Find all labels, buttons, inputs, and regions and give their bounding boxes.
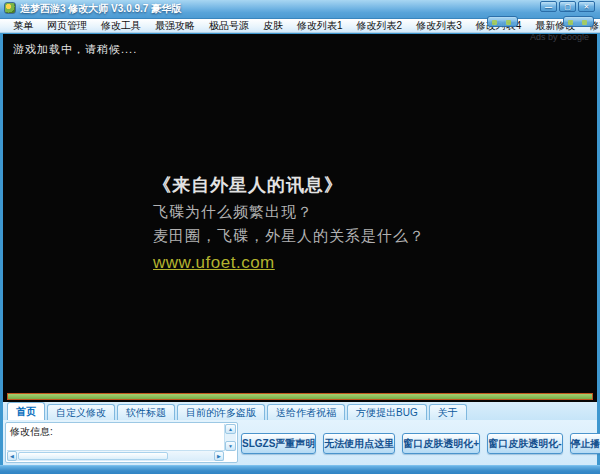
- message-title: 《来自外星人的讯息》: [153, 173, 425, 197]
- tab-author-blessing[interactable]: 送给作者祝福: [267, 404, 345, 420]
- scroll-up-icon[interactable]: ▲: [225, 424, 236, 434]
- mod-info-textarea[interactable]: 修改信息: ▲ ▼ ◀ ▶: [5, 422, 238, 463]
- window-controls: — ▢ ✕: [540, 1, 595, 12]
- menu-item-modlist1[interactable]: 修改列表1: [290, 19, 350, 32]
- loading-progress-bar: [7, 393, 593, 400]
- menu-item-web[interactable]: 网页管理: [40, 19, 94, 32]
- window-title: 造梦西游3 修改大师 V3.0.9.7 豪华版: [20, 2, 181, 16]
- action-buttons: SLGZS严重声明 无法使用点这里 窗口皮肤透明化+ 窗口皮肤透明化- 停止播放…: [241, 433, 593, 454]
- close-button[interactable]: ✕: [578, 1, 595, 12]
- menu-item-tools[interactable]: 修改工具: [94, 19, 148, 32]
- loading-progress-fill: [8, 394, 592, 399]
- menu-item-accounts[interactable]: 极品号源: [202, 19, 256, 32]
- skin-transparency-minus-button[interactable]: 窗口皮肤透明化-: [487, 433, 562, 454]
- splash-message: 《来自外星人的讯息》 飞碟为什么频繁出现？ 麦田圈，飞碟，外星人的关系是什么？ …: [153, 173, 425, 273]
- scroll-down-icon[interactable]: ▼: [225, 441, 236, 451]
- menu-item-skin[interactable]: 皮肤: [256, 19, 290, 32]
- tab-bar: 首页 自定义修改 软件标题 目前的许多盗版 送给作者祝福 方便提出BUG 关于: [3, 402, 597, 420]
- tab-pirated-versions[interactable]: 目前的许多盗版: [177, 404, 265, 420]
- bottom-panel: 修改信息: ▲ ▼ ◀ ▶ SLGZS严重声明 无法使用点这里 窗口皮肤透明化+…: [3, 420, 597, 465]
- tab-custom-mod[interactable]: 自定义修改: [47, 404, 115, 420]
- game-viewport: 游戏加载中，请稍候.... Ads by Google 《来自外星人的讯息》 飞…: [3, 34, 597, 402]
- status-bar: [0, 465, 600, 474]
- app-icon: [4, 2, 16, 14]
- minimize-button[interactable]: —: [540, 1, 557, 12]
- skin-artifact: [563, 16, 594, 27]
- menu-item-modlist2[interactable]: 修改列表2: [350, 19, 410, 32]
- scrollbar-thumb[interactable]: [18, 452, 168, 460]
- tab-software-title[interactable]: 软件标题: [117, 404, 175, 420]
- tab-report-bug[interactable]: 方便提出BUG: [347, 404, 427, 420]
- cannot-use-help-button[interactable]: 无法使用点这里: [323, 433, 395, 454]
- scroll-right-icon[interactable]: ▶: [214, 451, 224, 461]
- menu-item-modlist3[interactable]: 修改列表3: [409, 19, 469, 32]
- app-window: 造梦西游3 修改大师 V3.0.9.7 豪华版 — ▢ ✕ 菜单 网页管理 修改…: [0, 0, 600, 474]
- skin-transparency-plus-button[interactable]: 窗口皮肤透明化+: [402, 433, 480, 454]
- message-line-2: 麦田圈，飞碟，外星人的关系是什么？: [153, 227, 425, 246]
- menu-item-main[interactable]: 菜单: [6, 19, 40, 32]
- slgzs-statement-button[interactable]: SLGZS严重声明: [241, 433, 316, 454]
- maximize-button[interactable]: ▢: [559, 1, 576, 12]
- ufoet-link[interactable]: www.ufoet.com: [153, 253, 275, 273]
- horizontal-scrollbar[interactable]: ◀ ▶: [7, 450, 224, 461]
- tab-home[interactable]: 首页: [7, 402, 45, 420]
- scroll-left-icon[interactable]: ◀: [7, 451, 17, 461]
- loading-status-text: 游戏加载中，请稍候....: [13, 42, 137, 57]
- menu-item-guides[interactable]: 最强攻略: [148, 19, 202, 32]
- mod-info-label: 修改信息:: [10, 425, 53, 439]
- message-line-1: 飞碟为什么频繁出现？: [153, 203, 425, 222]
- skin-artifact: [487, 16, 518, 27]
- stop-music-button[interactable]: 停止播放音乐: [570, 433, 600, 454]
- tab-about[interactable]: 关于: [429, 404, 467, 420]
- vertical-scrollbar[interactable]: ▲ ▼: [224, 424, 236, 451]
- ads-by-google-label: Ads by Google: [530, 34, 589, 42]
